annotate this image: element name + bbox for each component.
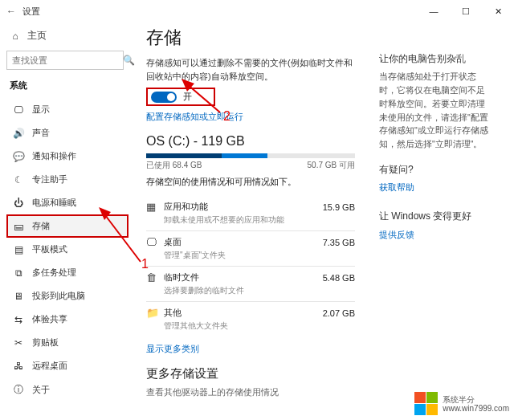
watermark: 系统半分 www.win7999.com xyxy=(414,392,509,415)
home-label: 主页 xyxy=(27,29,47,43)
sidebar-item-label: 声音 xyxy=(32,127,50,139)
sidebar-item-label: 电源和睡眠 xyxy=(32,197,76,209)
display-icon: 🖵 xyxy=(13,104,24,116)
sidebar-item-clipboard[interactable]: ✂剪贴板 xyxy=(6,331,128,354)
toggle-knob-icon xyxy=(167,93,175,101)
sidebar-item-label: 多任务处理 xyxy=(32,267,76,279)
get-help-link[interactable]: 获取帮助 xyxy=(379,181,492,195)
ms-logo-icon xyxy=(414,392,438,415)
temp-icon: 🗑 xyxy=(146,271,164,283)
sidebar-item-label: 显示 xyxy=(32,104,50,116)
disk-used-label: 已使用 68.4 GB xyxy=(146,160,202,171)
sidebar-item-label: 体验共享 xyxy=(32,313,67,325)
category-desc: 选择要删除的临时文件 xyxy=(164,285,355,296)
category-desc: 管理"桌面"文件夹 xyxy=(164,250,355,261)
category-desktop[interactable]: 🖵 桌面 7.35 GB 管理"桌面"文件夹 xyxy=(146,231,355,267)
category-temp[interactable]: 🗑 临时文件 5.48 GB 选择要删除的临时文件 xyxy=(146,267,355,302)
other-icon: 📁 xyxy=(146,307,164,319)
home-icon: ⌂ xyxy=(10,31,21,42)
annotation-label-2: 2 xyxy=(223,109,230,124)
sidebar-item-tablet[interactable]: ▤平板模式 xyxy=(6,238,128,261)
tablet-icon: ▤ xyxy=(13,244,24,255)
toggle-state-label: 开 xyxy=(183,91,192,103)
help-title: 有疑问? xyxy=(379,162,492,177)
sidebar-item-power[interactable]: ⏻电源和睡眠 xyxy=(6,191,128,214)
remote-icon: 🖧 xyxy=(13,361,24,372)
sidebar-item-sound[interactable]: 🔊声音 xyxy=(6,121,128,145)
disk-usage-bar xyxy=(146,153,355,158)
category-name: 临时文件 xyxy=(164,271,323,283)
category-other[interactable]: 📁 其他 2.07 GB 管理其他大文件夹 xyxy=(146,302,355,336)
sidebar-item-display[interactable]: 🖵显示 xyxy=(6,98,128,121)
back-icon[interactable]: ← xyxy=(6,6,21,17)
right-rail: 让你的电脑告别杂乱 当存储感知处于打开状态时，它将仅在电脑空间不足时释放空间。若… xyxy=(379,51,492,242)
annotation-label-1: 1 xyxy=(141,257,149,271)
sidebar-item-label: 投影到此电脑 xyxy=(32,290,85,302)
sidebar-item-remote[interactable]: 🖧远程桌面 xyxy=(6,354,128,377)
sidebar-section-label: 系统 xyxy=(6,76,128,98)
sidebar: ⌂ 主页 🔍 系统 🖵显示 🔊声音 💬通知和操作 ☾专注助手 ⏻电源和睡眠 🖴存… xyxy=(0,22,128,400)
sidebar-item-share[interactable]: ⇆体验共享 xyxy=(6,308,128,331)
home-button[interactable]: ⌂ 主页 xyxy=(6,26,128,46)
storage-icon: 🖴 xyxy=(13,221,24,232)
share-icon: ⇆ xyxy=(13,314,24,325)
feedback-title: 让 Windows 变得更好 xyxy=(379,209,492,224)
multitask-icon: ⧉ xyxy=(13,267,24,279)
storage-sense-toggle-row: 开 xyxy=(146,88,215,106)
minimize-button[interactable]: — xyxy=(418,0,450,22)
apps-icon: ▦ xyxy=(146,201,164,213)
category-list: ▦ 应用和功能 15.9 GB 卸载未使用或不想要的应用和功能 🖵 桌面 7.3… xyxy=(146,196,355,336)
disk-usage-bar-wrapper: 已使用 68.4 GB 50.7 GB 可用 xyxy=(146,153,355,171)
about-icon: ⓘ xyxy=(13,383,24,397)
storage-sense-desc: 存储感知可以通过删除不需要的文件(例如临时文件和回收站中的内容)自动释放空间。 xyxy=(146,56,355,83)
show-more-categories-link[interactable]: 显示更多类别 xyxy=(146,343,506,355)
page-title: 存储 xyxy=(146,26,506,50)
promo-body: 当存储感知处于打开状态时，它将仅在电脑空间不足时释放空间。若要立即清理未使用的文… xyxy=(379,70,492,151)
window-controls: — ☐ ✕ xyxy=(418,0,514,22)
sidebar-item-project[interactable]: 🖥投影到此电脑 xyxy=(6,284,128,308)
sidebar-item-label: 剪贴板 xyxy=(32,336,59,349)
sidebar-item-label: 关于 xyxy=(32,384,50,396)
sidebar-item-label: 平板模式 xyxy=(32,243,67,255)
sound-icon: 🔊 xyxy=(13,128,24,139)
promo-title: 让你的电脑告别杂乱 xyxy=(379,51,492,67)
power-icon: ⏻ xyxy=(13,198,24,209)
nav-list: 🖵显示 🔊声音 💬通知和操作 ☾专注助手 ⏻电源和睡眠 🖴存储 ▤平板模式 ⧉多… xyxy=(6,98,128,402)
category-size: 2.07 GB xyxy=(323,308,355,318)
sidebar-item-about[interactable]: ⓘ关于 xyxy=(6,377,128,402)
bar-segment-light xyxy=(222,153,267,158)
close-button[interactable]: ✕ xyxy=(482,0,514,22)
sidebar-item-multitask[interactable]: ⧉多任务处理 xyxy=(6,261,128,284)
search-input[interactable] xyxy=(12,55,123,65)
bar-segment-dark xyxy=(146,153,222,158)
clipboard-icon: ✂ xyxy=(13,337,24,349)
window-title: 设置 xyxy=(22,6,40,18)
more-storage-settings-title: 更多存储设置 xyxy=(146,366,506,381)
disk-free-label: 50.7 GB 可用 xyxy=(308,160,355,171)
notify-icon: 💬 xyxy=(13,151,24,162)
category-desc: 卸载未使用或不想要的应用和功能 xyxy=(164,214,355,226)
sidebar-item-label: 专注助手 xyxy=(32,173,67,186)
category-name: 其他 xyxy=(164,307,323,319)
search-input-wrapper[interactable]: 🔍 xyxy=(6,51,124,70)
watermark-line2: www.win7999.com xyxy=(443,404,509,413)
category-name: 桌面 xyxy=(164,236,323,248)
title-bar: ← 设置 — ☐ ✕ xyxy=(0,0,514,22)
category-size: 5.48 GB xyxy=(323,273,355,283)
category-name: 应用和功能 xyxy=(164,201,323,213)
project-icon: 🖥 xyxy=(13,291,24,302)
category-size: 7.35 GB xyxy=(323,238,355,247)
maximize-button[interactable]: ☐ xyxy=(450,0,482,22)
desktop-icon: 🖵 xyxy=(146,236,164,248)
category-desc: 管理其他大文件夹 xyxy=(164,320,355,332)
sidebar-item-notify[interactable]: 💬通知和操作 xyxy=(6,145,128,168)
sidebar-item-label: 通知和操作 xyxy=(32,150,76,162)
storage-sense-toggle[interactable] xyxy=(151,92,177,103)
category-apps[interactable]: ▦ 应用和功能 15.9 GB 卸载未使用或不想要的应用和功能 xyxy=(146,196,355,231)
sidebar-item-storage[interactable]: 🖴存储 xyxy=(6,214,128,238)
sidebar-item-label: 远程桌面 xyxy=(32,360,67,372)
sidebar-item-focus[interactable]: ☾专注助手 xyxy=(6,168,128,191)
watermark-line1: 系统半分 xyxy=(443,395,509,404)
feedback-link[interactable]: 提供反馈 xyxy=(379,228,492,243)
focus-icon: ☾ xyxy=(13,174,24,186)
